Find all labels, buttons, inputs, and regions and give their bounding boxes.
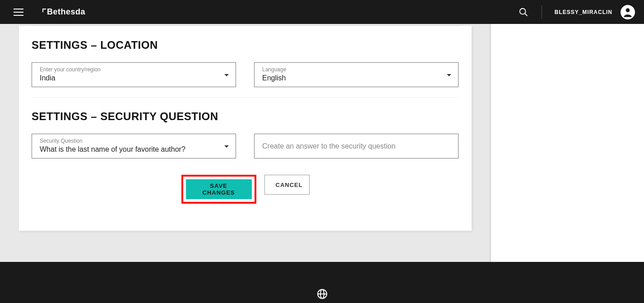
save-button[interactable]: SAVE CHANGES: [186, 179, 252, 199]
app-header: Bethesda BLESSY_MIRACLIN: [0, 0, 644, 24]
country-label: Enter your country/region: [40, 66, 101, 73]
country-select[interactable]: Enter your country/region India: [32, 62, 236, 87]
avatar-icon[interactable]: [621, 5, 635, 19]
svg-point-0: [519, 8, 525, 14]
svg-line-1: [525, 14, 527, 16]
cancel-button[interactable]: CANCEL: [264, 175, 310, 195]
section-title-location: SETTINGS – LOCATION: [32, 39, 459, 51]
highlight-annotation: SAVE CHANGES: [181, 175, 256, 204]
settings-card: SETTINGS – LOCATION Enter your country/r…: [19, 26, 472, 231]
country-value: India: [40, 74, 56, 82]
svg-point-2: [626, 8, 630, 12]
menu-icon[interactable]: [14, 7, 24, 18]
page-footer: [0, 262, 644, 303]
language-select[interactable]: Language English: [254, 62, 459, 87]
globe-icon[interactable]: [317, 289, 328, 301]
search-icon[interactable]: [518, 7, 529, 18]
chevron-down-icon: [224, 71, 229, 79]
security-question-select[interactable]: Security Question What is the last name …: [32, 134, 236, 158]
security-question-value: What is the last name of your favorite a…: [40, 145, 185, 154]
security-answer-input[interactable]: [255, 134, 458, 158]
security-answer-field[interactable]: [254, 134, 459, 158]
username-label[interactable]: BLESSY_MIRACLIN: [555, 9, 612, 15]
brand-logo[interactable]: Bethesda: [42, 7, 85, 17]
right-sidebar: [490, 24, 644, 262]
divider: [32, 97, 459, 98]
header-divider: [542, 5, 542, 19]
chevron-down-icon: [446, 71, 452, 79]
security-question-label: Security Question: [40, 138, 83, 144]
action-buttons: SAVE CHANGES CANCEL: [32, 175, 459, 204]
divider: [32, 26, 459, 26]
section-title-security: SETTINGS – SECURITY QUESTION: [32, 110, 459, 123]
language-value: English: [262, 74, 286, 82]
main-content: SETTINGS – LOCATION Enter your country/r…: [0, 24, 490, 262]
chevron-down-icon: [224, 142, 229, 150]
language-label: Language: [262, 66, 286, 73]
